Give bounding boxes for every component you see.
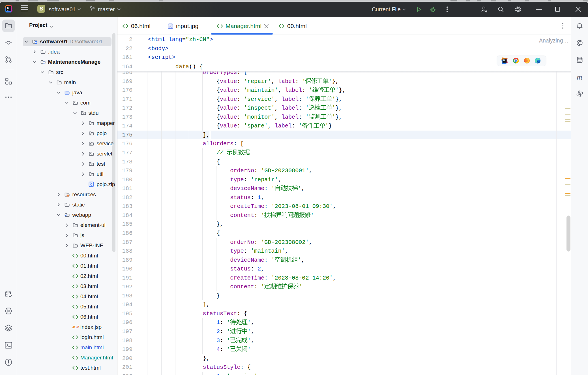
svg-text:JSP: JSP	[72, 325, 79, 329]
svg-text:IJ: IJ	[503, 59, 505, 61]
svg-text:IJ: IJ	[7, 7, 9, 9]
